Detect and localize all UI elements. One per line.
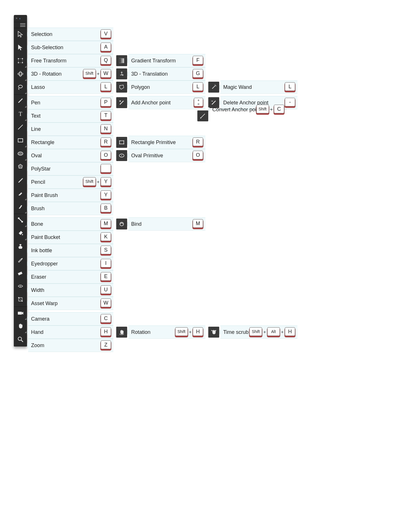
bone-tool-button[interactable] [14,214,27,227]
collapse-panel-icon[interactable]: ‹‹ [19,17,20,20]
bind-alt-icon[interactable] [116,219,127,229]
hand-tool-button[interactable] [14,320,27,333]
paint-bucket-tool-button[interactable] [14,227,27,240]
ink-bottle-tool-button[interactable] [14,240,27,254]
eraser-tool-button[interactable] [14,267,27,280]
kbd-modifier-shift: Shift [83,177,96,186]
lasso-tool-button[interactable] [14,81,27,94]
kbd-key-plus-equals: += [194,98,203,106]
paint-brush-label-slot: Paint Brush [28,189,98,202]
selection-tool-button[interactable] [14,28,27,41]
brush-icon [17,203,24,211]
rotation-3d-tool-button[interactable] [14,68,27,81]
zoom-tool-button[interactable] [14,333,27,347]
camera-shortcut: C [98,312,113,326]
line-tool-button[interactable] [14,121,27,134]
text-label: Text [31,113,41,119]
rectangle-row: RectangleR Rectangle PrimitiveR [27,136,297,149]
brush-shortcut: B [98,202,113,215]
pen-label: Pen [31,100,40,106]
more-tools-indicator-icon [25,331,26,333]
camera-label-slot: Camera [28,312,98,326]
subselection-tool-button[interactable] [14,41,27,55]
kbd-key: R [101,137,111,146]
kbd-modifier-shift: Shift [83,69,96,78]
oval-tool-button[interactable] [14,148,27,161]
oval-primitive-shortcut: O [190,149,205,162]
translation-3d-shortcut: G [190,67,205,81]
kbd-key [101,164,111,173]
paint-brush-tool-button[interactable] [14,187,27,200]
polystar-tool-button[interactable] [14,161,27,174]
panel-menu-icon[interactable] [20,23,25,27]
kbd-key: L [101,82,111,91]
oval-primitive-alt-icon[interactable] [116,150,127,161]
gradient-transform-shortcut: F [190,54,205,67]
kbd-key: R [193,137,203,146]
paint-brush-row: Paint BrushY [27,189,297,202]
kbd-key: K [101,232,111,241]
kbd-key: M [193,219,203,228]
convert-anchor-alt-icon[interactable] [197,110,208,121]
polygon-lasso-label: Polygon [131,84,150,90]
kbd-key: L [285,82,295,91]
free-transform-tool-button[interactable] [14,55,27,68]
eraser-label-slot: Eraser [28,270,98,284]
hand-label: Hand [31,329,43,335]
magic-wand-label-slot: Magic Wand [220,81,282,94]
time-scrub-alt-icon[interactable] [208,327,219,338]
paint-brush-icon [17,190,24,198]
gradient-transform-label-slot: Gradient Transform [128,54,190,67]
pen-tool-button[interactable] [14,94,27,108]
more-tools-indicator-icon [25,159,26,160]
more-tools-indicator-icon [25,212,26,213]
eyedropper-label-slot: Eyedropper [28,257,98,270]
eraser-shortcut: E [98,270,113,284]
kbd-key: S [101,246,111,254]
kbd-plus: + [270,107,273,112]
polygon-lasso-label-slot: Polygon [128,81,190,94]
asset-warp-tool-button[interactable] [14,293,27,307]
selection-label: Selection [31,31,52,37]
rotation-view-alt-icon[interactable] [116,327,127,338]
kbd-key: H [101,327,111,336]
oval-row: OvalO Oval PrimitiveO [27,149,297,162]
brush-row: BrushB [27,202,297,215]
rotation-view-shortcut: Shift+H [190,326,205,339]
kbd-key: G [193,69,203,78]
brush-tool-button[interactable] [14,200,27,214]
oval-primitive-label: Oval Primitive [131,153,163,159]
close-panel-icon[interactable]: × [16,17,18,20]
translation-3d-alt-icon[interactable] [116,68,127,79]
zoom-shortcut: Z [98,339,113,352]
gradient-transform-alt-icon[interactable] [116,55,127,66]
text-tool-button[interactable] [14,108,27,121]
subselection-shortcut: A [98,41,113,54]
rectangle-primitive-label: Rectangle Primitive [131,139,176,146]
camera-tool-button[interactable] [14,307,27,320]
paint-brush-label: Paint Brush [31,192,58,198]
bind-label: Bind [131,221,142,227]
rectangle-tool-button[interactable] [14,134,27,148]
rectangle-primitive-alt-icon[interactable] [116,137,127,148]
add-anchor-alt-icon[interactable] [116,97,127,108]
magic-wand-alt-icon[interactable] [208,82,219,93]
eyedropper-tool-button[interactable] [14,254,27,267]
width-tool-button[interactable] [14,280,27,293]
bone-label: Bone [31,221,43,227]
eyedropper-shortcut: I [98,257,113,270]
polystar-label-slot: PolyStar [28,162,98,175]
zoom-icon [17,336,24,344]
lasso-row: LassoL PolygonL Magic WandL [27,81,297,94]
polystar-row: PolyStar [27,162,297,175]
polygon-lasso-shortcut: L [190,81,205,94]
width-label-slot: Width [28,284,98,297]
oval-label-slot: Oval [28,149,98,162]
pencil-tool-button[interactable] [14,174,27,187]
polygon-lasso-alt-icon[interactable] [116,82,127,93]
brush-label: Brush [31,206,45,212]
cursor-arrow-icon [17,31,24,39]
subselection-row: Sub-SelectionA [27,41,297,54]
rotation-3d-shortcut: Shift+W [98,67,113,81]
rotation-3d-row: 3D - RotationShift+W 3D - TranslationG [27,67,297,81]
